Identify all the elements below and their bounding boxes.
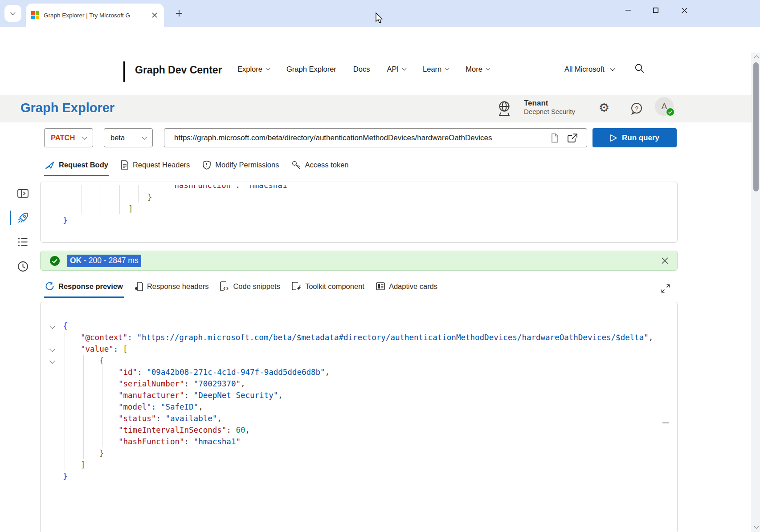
svg-text:?: ? <box>635 105 638 112</box>
panel-toggle-icon <box>17 187 29 199</box>
nav-search-button[interactable] <box>634 63 645 73</box>
code-line: "serialNumber": "70029370", <box>41 378 677 390</box>
tab-response-preview[interactable]: Response preview <box>44 279 124 298</box>
nav-item-more[interactable]: More <box>466 65 490 73</box>
page-title: Graph Explorer <box>20 101 114 115</box>
new-tab-button[interactable] <box>174 8 184 19</box>
nav-item-explore[interactable]: Explore <box>237 65 270 73</box>
microsoft-logo-icon <box>31 11 39 19</box>
response-tabs: Response preview Response headers Code s… <box>44 279 438 298</box>
search-icon <box>634 63 645 73</box>
tab-request-body[interactable]: Request Body <box>44 158 109 176</box>
all-microsoft-menu[interactable]: All Microsoft <box>564 65 614 73</box>
status-text: OK - 200 - 2847 ms <box>67 255 141 267</box>
expand-response-button[interactable] <box>661 284 670 293</box>
share-icon <box>567 133 578 143</box>
chevron-down-icon <box>402 66 407 71</box>
account-avatar[interactable]: A <box>655 97 674 116</box>
maximize-icon <box>653 8 658 13</box>
status-code-label: OK <box>70 256 82 265</box>
page-content: Graph Dev Center Explore Graph Explorer … <box>0 53 752 532</box>
run-query-label: Run query <box>622 134 659 142</box>
close-window-button[interactable] <box>672 0 697 20</box>
tab-access-token[interactable]: Access token <box>290 158 349 176</box>
document-dot-icon <box>135 282 143 291</box>
nav-item-learn[interactable]: Learn <box>423 65 449 73</box>
gear-icon: ⚙ <box>599 101 609 114</box>
settings-button[interactable]: ⚙ <box>599 102 609 114</box>
adaptive-cards-icon <box>376 282 385 291</box>
active-rail-indicator <box>10 211 11 225</box>
document-icon <box>121 160 129 170</box>
request-url-input[interactable] <box>173 133 547 143</box>
status-badge <box>666 107 675 117</box>
status-close-button[interactable] <box>662 257 668 264</box>
document-icon <box>550 133 559 143</box>
rocket-icon <box>17 211 29 224</box>
close-icon <box>682 8 687 13</box>
tab-toolkit-component[interactable]: Toolkit component <box>291 279 365 298</box>
code-line: { <box>41 320 677 332</box>
success-check-icon <box>49 256 60 266</box>
chevron-down-icon <box>610 66 615 71</box>
help-icon: ? <box>630 102 643 115</box>
code-line: { <box>41 355 677 366</box>
tab-request-headers[interactable]: Request Headers <box>120 158 191 176</box>
minimize-icon <box>625 10 631 11</box>
code-line: "timeIntervalInSeconds": 60, <box>41 424 677 436</box>
code-line: "id": "09a42b08-271c-4c1d-947f-9add5dde6… <box>41 366 677 378</box>
nav-item-docs[interactable]: Docs <box>353 65 370 73</box>
method-select[interactable]: PATCH <box>44 128 93 147</box>
tenant-info: Tenant Deepnet Security <box>524 98 575 116</box>
chevron-down-icon <box>82 134 87 139</box>
mouse-cursor <box>376 12 384 24</box>
tab-modify-permissions[interactable]: Modify Permissions <box>201 158 280 176</box>
scroll-down-button[interactable] <box>754 524 759 529</box>
brand-title[interactable]: Graph Dev Center <box>135 64 222 76</box>
copy-request-button[interactable] <box>550 133 559 143</box>
request-tabs: Request Body Request Headers Modify Perm… <box>44 158 350 176</box>
status-detail: - 200 - 2847 ms <box>82 256 138 265</box>
response-preview-viewer[interactable]: {"@context": "https://graph.microsoft.co… <box>40 302 678 532</box>
code-snippets-icon <box>220 281 229 291</box>
code-line: "manufacturer": "DeepNet Security", <box>41 390 677 401</box>
chevron-up-icon <box>754 55 759 60</box>
list-icon <box>17 236 29 248</box>
code-line: } <box>41 471 677 482</box>
tenant-label: Tenant <box>524 98 575 108</box>
page-scrollbar[interactable] <box>752 53 760 532</box>
maximize-button[interactable] <box>643 0 668 20</box>
version-select[interactable]: beta <box>104 128 153 147</box>
history-icon <box>17 260 29 272</box>
code-line: ] <box>41 203 677 215</box>
browser-tab[interactable]: Graph Explorer | Try Microsoft G <box>26 4 164 27</box>
help-button[interactable]: ? <box>630 102 643 115</box>
tab-code-snippets[interactable]: Code snippets <box>219 279 281 298</box>
share-query-button[interactable] <box>567 133 578 143</box>
tab-adaptive-cards[interactable]: Adaptive cards <box>375 279 438 298</box>
nav-item-graph-explorer[interactable]: Graph Explorer <box>286 65 336 73</box>
tab-close-button[interactable] <box>151 11 159 19</box>
request-body-editor[interactable]: "hashFunction": "hmacsha1"}]} <box>40 182 678 243</box>
method-value: PATCH <box>51 134 75 142</box>
resources-button[interactable] <box>17 236 30 249</box>
sidebar-toggle-button[interactable] <box>17 187 30 201</box>
sample-queries-button[interactable] <box>17 211 30 225</box>
chevron-down-icon <box>142 134 147 139</box>
code-line: } <box>41 191 677 203</box>
tab-search-button[interactable] <box>4 5 21 22</box>
history-button[interactable] <box>17 260 30 274</box>
nav-item-api[interactable]: API <box>387 65 406 73</box>
close-icon <box>152 12 157 18</box>
site-nav: Graph Dev Center Explore Graph Explorer … <box>0 53 752 95</box>
request-url-field <box>164 128 587 147</box>
minimize-button[interactable] <box>616 0 641 20</box>
tenant-name: Deepnet Security <box>524 108 575 116</box>
code-line: "@context": "https://graph.microsoft.com… <box>41 332 677 343</box>
tab-response-headers[interactable]: Response headers <box>134 279 210 298</box>
run-query-button[interactable]: Run query <box>592 128 677 147</box>
scroll-up-button[interactable] <box>754 54 759 59</box>
chevron-down-icon <box>266 66 270 71</box>
chevron-down-icon <box>445 66 449 71</box>
scrollbar-thumb[interactable] <box>753 62 759 191</box>
